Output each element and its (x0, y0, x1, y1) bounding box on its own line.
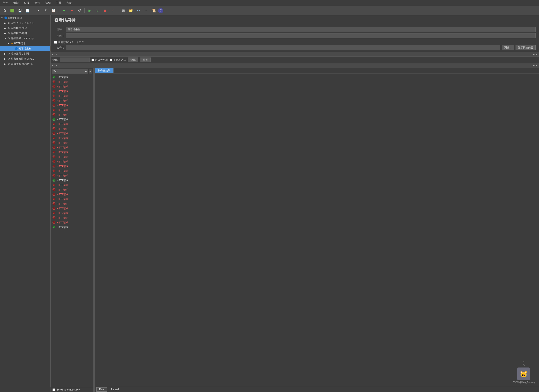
tab-sampler[interactable]: 取样器结果 (95, 68, 114, 73)
browse-button[interactable]: 浏览... (502, 45, 514, 50)
scroll-auto-checkbox[interactable] (53, 388, 55, 391)
http-list-item[interactable]: ✕HTTP请求 (51, 89, 93, 94)
collapse-button[interactable]: 📁 (127, 7, 134, 14)
http-list-item[interactable]: ✕HTTP请求 (51, 84, 93, 89)
help-button[interactable]: ? (158, 8, 163, 13)
filename-input[interactable] (66, 45, 500, 50)
http-list-item[interactable]: ✕HTTP请求 (51, 169, 93, 173)
comment-input[interactable] (66, 33, 536, 38)
arrow-button[interactable]: → (143, 7, 150, 14)
file-row: 文件名 浏览... 显示日志内容 (54, 45, 536, 50)
http-list-item[interactable]: ✕HTTP请求 (51, 197, 93, 202)
tab-raw[interactable]: Raw (96, 387, 107, 392)
name-input[interactable] (66, 27, 536, 32)
dots-btn-1[interactable]: ••• (533, 53, 537, 56)
http-list-item[interactable]: ✕HTTP请求 (51, 150, 93, 155)
tree-item-threshold[interactable]: ▶ ⚙ 阈值类型-线程数 <2 (0, 61, 51, 66)
close-button[interactable]: ✕ (109, 7, 116, 14)
http-list-item[interactable]: ✕HTTP请求 (51, 141, 93, 145)
tree-item-hotspot[interactable]: ▶ ⚙ 热点参数限流 QPS1 (0, 56, 51, 61)
tree-item-result[interactable]: 🔵 察看结果树 (0, 46, 51, 51)
case-sensitive-checkbox[interactable] (91, 59, 94, 61)
reset-button[interactable]: 重置 (140, 57, 151, 62)
open-button[interactable]: 🟩 (9, 7, 16, 14)
down-arrow-btn-1[interactable]: ▼ (55, 53, 58, 56)
script-button[interactable]: 📜 (150, 7, 157, 14)
run-button[interactable]: ▶ (86, 7, 93, 14)
save-button[interactable]: 💾 (17, 7, 24, 14)
tree-item-flow1[interactable]: ▶ ⚙ 流控入门，QPS < 5 (0, 20, 51, 26)
http-list-item[interactable]: ✕HTTP请求 (51, 145, 93, 150)
http-list-item[interactable]: ✕HTTP请求 (51, 202, 93, 206)
add-button[interactable]: + (61, 7, 67, 14)
http-list-item[interactable]: ✕HTTP请求 (51, 127, 93, 131)
svg-text:✕: ✕ (53, 208, 55, 210)
tree-item-root[interactable]: ▼ 🔵 sentinel测试 (0, 15, 51, 20)
main-layout: ▼ 🔵 sentinel测试 ▶ ⚙ 流控入门，QPS < 5 ▶ ⚙ 流控模式… (0, 15, 539, 392)
http-list-item[interactable]: ✕HTTP请求 (51, 113, 93, 117)
tree-item-flow2[interactable]: ▶ ⚙ 流控模式-关联 (0, 26, 51, 31)
error-icon: ✕ (53, 141, 55, 145)
http-list-item[interactable]: ✕HTTP请求 (51, 164, 93, 169)
http-list-item[interactable]: ✕HTTP请求 (51, 136, 93, 141)
ok-icon: ✓ (53, 118, 55, 121)
tree-item-queue[interactable]: ▶ ⚙ 流控效果，队列 (0, 51, 51, 56)
http-list-item[interactable]: ✕HTTP请求 (51, 206, 93, 211)
up-arrow-btn-1[interactable]: ▲ (51, 53, 54, 56)
save-as-button[interactable]: 📄 (24, 7, 31, 14)
show-log-button[interactable]: 显示日志内容 (515, 45, 536, 50)
http-list-item[interactable]: ✕HTTP请求 (51, 108, 93, 113)
step-button[interactable]: ▷ (94, 7, 101, 14)
menu-run[interactable]: 运行 (34, 1, 41, 5)
glasses-button[interactable]: 👓 (135, 7, 142, 14)
http-list-item[interactable]: ✕HTTP请求 (51, 192, 93, 197)
clear-button[interactable]: ↺ (76, 7, 83, 14)
paste-button[interactable]: 📋 (50, 7, 57, 14)
http-list-item[interactable]: ✕HTTP请求 (51, 94, 93, 99)
http-list-item[interactable]: ✕HTTP请求 (51, 155, 93, 159)
http-list-item[interactable]: ✕HTTP请求 (51, 99, 93, 103)
http-list-item[interactable]: ✕HTTP请求 (51, 103, 93, 108)
http-list-item[interactable]: ✕HTTP请求 (51, 188, 93, 192)
http-list-item[interactable]: ✕HTTP请求 (51, 183, 93, 188)
menu-tools[interactable]: 工具 (55, 1, 62, 5)
left-resize-handle[interactable]: ⋮ (50, 15, 51, 387)
http-list-item[interactable]: ✓HTTP请求 (51, 75, 93, 80)
cut-button[interactable]: ✂ (35, 7, 42, 14)
http-list-item[interactable]: ✓HTTP请求 (51, 117, 93, 122)
down-arrow-btn-2[interactable]: ▼ (55, 64, 58, 67)
stop-button[interactable]: ⏹ (102, 7, 109, 14)
expand-results-btn[interactable]: ▶ (89, 69, 92, 74)
http-list-item[interactable]: ✕HTTP请求 (51, 173, 93, 178)
menu-edit[interactable]: 编辑 (12, 1, 20, 5)
http-list-item[interactable]: ✕HTTP请求 (51, 216, 93, 220)
all-data-checkbox[interactable] (54, 41, 57, 44)
minus-button[interactable]: − (68, 7, 75, 14)
tree-item-http[interactable]: ▼ ✏ HTTP请求 (0, 41, 51, 46)
tab-parsed[interactable]: Parsed (108, 387, 121, 392)
expand-button[interactable]: ⊞ (120, 7, 127, 14)
regex-checkbox[interactable] (110, 59, 112, 61)
menu-find[interactable]: 查找 (23, 1, 30, 5)
tree-item-warmup[interactable]: ▼ ⚙ 流控效果，warm up (0, 36, 51, 41)
find-button[interactable]: 查找 (128, 57, 138, 62)
menu-help[interactable]: 帮助 (66, 1, 73, 5)
copy-button[interactable]: ⎘ (43, 7, 49, 14)
tree-item-flow3[interactable]: ▶ ⚙ 流控模式-链路 (0, 31, 51, 36)
http-list-item[interactable]: ✓HTTP请求 (51, 225, 93, 230)
view-dropdown[interactable]: Text HTML XML JSON (52, 69, 88, 74)
http-list-item[interactable]: ✕HTTP请求 (51, 220, 93, 225)
http-list-item[interactable]: ✕HTTP请求 (51, 122, 93, 127)
http-list-item[interactable]: ✕HTTP请求 (51, 211, 93, 216)
http-list-item[interactable]: ✕HTTP请求 (51, 80, 93, 84)
http-list-item[interactable]: ✕HTTP请求 (51, 159, 93, 164)
new-button[interactable]: 🗋 (1, 7, 8, 14)
http-list-item[interactable]: ✓HTTP请求 (51, 178, 93, 183)
menu-file[interactable]: 文件 (2, 1, 9, 5)
menu-options[interactable]: 选项 (44, 1, 52, 5)
search-input[interactable] (60, 57, 90, 62)
dots-btn-2[interactable]: ••• (533, 64, 537, 67)
http-item-label: HTTP请求 (57, 165, 68, 168)
http-list-item[interactable]: ✕HTTP请求 (51, 131, 93, 136)
up-arrow-btn-2[interactable]: ▲ (51, 64, 54, 67)
